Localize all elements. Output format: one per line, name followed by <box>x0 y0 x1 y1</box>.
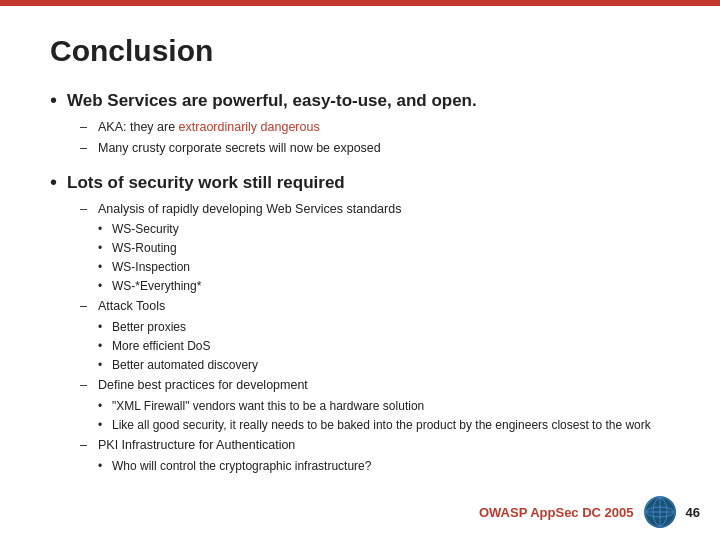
list-item: •WS-*Everything* <box>98 277 670 295</box>
list-item: •Who will control the cryptographic infr… <box>98 457 670 475</box>
sub-item-2-4-text: PKI Infrastructure for Authentication <box>98 436 295 455</box>
sub-sub-list-2-1: •WS-Security •WS-Routing •WS-Inspection … <box>80 220 670 295</box>
dash-icon: – <box>80 436 90 455</box>
sub-list-1: – AKA: they are extraordinarily dangerou… <box>50 118 670 158</box>
sub-sub-list-2-3: •"XML Firewall" vendors want this to be … <box>80 397 670 434</box>
sub-item-2-3-text: Define best practices for development <box>98 376 308 395</box>
dash-icon: – <box>80 376 90 395</box>
list-item: •Better proxies <box>98 318 670 336</box>
list-item: •WS-Inspection <box>98 258 670 276</box>
highlighted-text: extraordinarily dangerous <box>179 120 320 134</box>
sub-item-2-3: – Define best practices for development … <box>80 376 670 434</box>
sub-item-1-2: – Many crusty corporate secrets will now… <box>80 139 670 158</box>
footer-logo-text: OWASP AppSec DC 2005 <box>479 505 634 520</box>
page-number: 46 <box>686 505 700 520</box>
bullet-section-2: • Lots of security work still required –… <box>50 172 670 475</box>
sub-item-2-2-text: Attack Tools <box>98 297 165 316</box>
sub-sub-list-2-2: •Better proxies •More efficient DoS •Bet… <box>80 318 670 374</box>
bullet-dot-2: • <box>50 170 57 194</box>
list-item: •WS-Security <box>98 220 670 238</box>
sub-sub-list-2-4: •Who will control the cryptographic infr… <box>80 457 670 475</box>
main-bullet-1: • Web Services are powerful, easy-to-use… <box>50 90 670 112</box>
dash-icon: – <box>80 297 90 316</box>
main-bullet-2-text: Lots of security work still required <box>67 172 345 194</box>
slide-content: Conclusion • Web Services are powerful, … <box>0 6 720 509</box>
sub-item-2-4: – PKI Infrastructure for Authentication … <box>80 436 670 475</box>
list-item: •Better automated discovery <box>98 356 670 374</box>
dash-icon: – <box>80 200 90 219</box>
list-item: •More efficient DoS <box>98 337 670 355</box>
main-bullet-2: • Lots of security work still required <box>50 172 670 194</box>
dash-icon: – <box>80 118 90 137</box>
list-item: •WS-Routing <box>98 239 670 257</box>
bullet-section-1: • Web Services are powerful, easy-to-use… <box>50 90 670 158</box>
list-item: •Like all good security, it really needs… <box>98 416 670 434</box>
main-bullet-1-text: Web Services are powerful, easy-to-use, … <box>67 90 477 112</box>
globe-icon <box>644 496 676 528</box>
sub-item-1-1: – AKA: they are extraordinarily dangerou… <box>80 118 670 137</box>
sub-item-2-1: – Analysis of rapidly developing Web Ser… <box>80 200 670 296</box>
list-item: •"XML Firewall" vendors want this to be … <box>98 397 670 415</box>
bullet-dot-1: • <box>50 88 57 112</box>
footer: OWASP AppSec DC 2005 46 <box>479 496 700 528</box>
sub-item-1-2-text: Many crusty corporate secrets will now b… <box>98 139 381 158</box>
slide-title: Conclusion <box>50 34 670 68</box>
dash-icon: – <box>80 139 90 158</box>
sub-item-2-1-text: Analysis of rapidly developing Web Servi… <box>98 200 401 219</box>
sub-item-2-2: – Attack Tools •Better proxies •More eff… <box>80 297 670 374</box>
sub-item-1-1-text: AKA: they are extraordinarily dangerous <box>98 118 320 137</box>
sub-list-2: – Analysis of rapidly developing Web Ser… <box>50 200 670 475</box>
